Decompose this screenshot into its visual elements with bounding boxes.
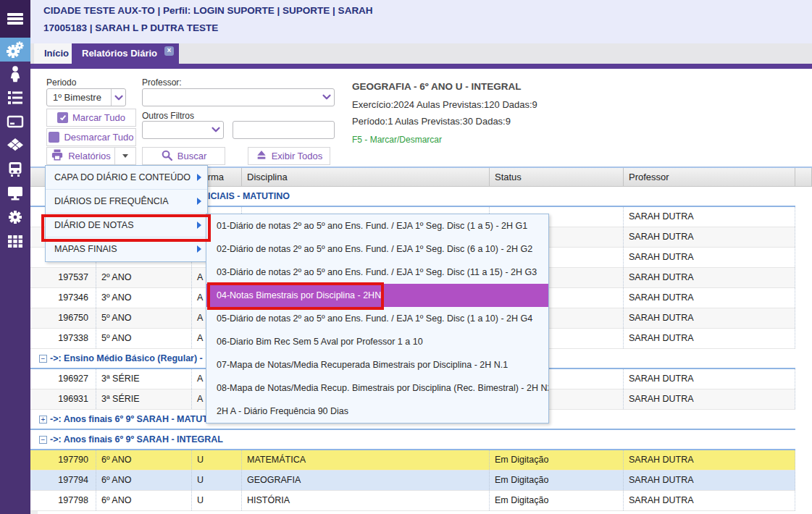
printer-icon [51, 148, 64, 164]
menu-item-capa-do-diario-e-conteudo[interactable]: CAPA DO DIÁRIO E CONTEÚDO [46, 166, 207, 190]
cell-turma: U [192, 491, 242, 510]
chevron-down-icon [210, 124, 222, 138]
cell-diario-id: 197338 [38, 329, 96, 348]
menu-item-diario-de-notas[interactable]: DIÁRIO DE NOTAS [46, 214, 207, 237]
menu-item-diarios-de-frequencia[interactable]: DIÁRIOS DE FREQUÊNCIA [46, 190, 207, 214]
gears-icon[interactable]: 0,0)"> [0, 38, 30, 62]
cell-serie: 5º ANO [96, 308, 192, 328]
submenu-item-04-notas-bimestrais-por-disciplina-2hn[interactable]: 04-Notas Bimestrais por Disciplina - 2HN [206, 284, 548, 307]
chevron-down-icon[interactable] [111, 89, 125, 106]
accent-bar [30, 64, 812, 69]
cell-diario-id: 196927 [38, 369, 96, 389]
submenu-item-2h-a-diario-frequencia-90-dias[interactable]: 2H A - Diário Frequência 90 Dias [206, 400, 548, 423]
table-row-197798[interactable]: 1977986º ANOUHISTÓRIAEm DigitaçãoSARAH D… [30, 491, 795, 511]
diario-de-notas-submenu: 01-Diário de notas 2º ao 5º ano Ens. Fun… [206, 214, 549, 424]
cell-diario-id: 197794 [38, 471, 96, 490]
tab-bar: Início Relatórios Diário × [30, 43, 812, 64]
group-row-anos-finais-6-9-sarah-integral: −->: Anos finais 6º 9º SARAH - INTEGRAL [30, 430, 795, 450]
cell-professor: SARAH DUTRA [624, 248, 795, 267]
submenu-item-06-diario-bim-rec-sem-5-aval-por-professor[interactable]: 06-Diario Bim Rec Sem 5 Aval por Profess… [206, 330, 548, 353]
cell-serie: 6º ANO [96, 471, 192, 490]
collapse-icon[interactable]: − [39, 355, 47, 363]
submenu-item-02-diario-de-notas-2-ao-5-ano-ens-fund-eja[interactable]: 02-Diário de notas 2º ao 5º ano Ens. Fun… [206, 237, 548, 261]
group-label: ->: Anos finais 6º 9º SARAH - INTEGRAL [50, 430, 223, 449]
checkbox-checked-icon [57, 112, 68, 123]
column-header-professor[interactable]: Professor [624, 168, 795, 186]
close-tab-icon[interactable]: × [164, 46, 174, 56]
relatorios-dropdown-button[interactable] [114, 147, 136, 165]
relatorios-context-menu: CAPA DO DIÁRIO E CONTEÚDODIÁRIOS DE FREQ… [45, 165, 208, 262]
cell-disciplina: HISTÓRIA [242, 491, 490, 510]
selected-diary-title: GEOGRAFIA - 6º ANO U - INTEGRAL [352, 81, 521, 92]
submenu-item-07-mapa-de-notas-media-recuperada-bimestra[interactable]: 07-Mapa de Notas/Media Recuperada Bimest… [206, 353, 548, 376]
submenu-arrow-icon [197, 222, 201, 229]
grid-icon[interactable] [0, 229, 30, 253]
cell-status: Em Digitação [490, 471, 624, 490]
collapse-icon[interactable]: − [39, 436, 47, 444]
menu-item-mapas-finais[interactable]: MAPAS FINAIS [46, 237, 207, 261]
outros-filtros-select[interactable] [142, 121, 224, 139]
cell-diario-id: 197537 [38, 268, 96, 287]
caret-down-icon [122, 154, 128, 158]
eject-icon [256, 149, 267, 163]
outros-filtros-input[interactable] [233, 121, 335, 139]
table-row-197790[interactable]: 1977906º ANOUMATEMÁTICAEm DigitaçãoSARAH… [30, 450, 795, 471]
group-label: ->: Ensino Médio Básico (Regular) - [50, 349, 203, 368]
bus-icon[interactable] [0, 157, 30, 181]
cell-professor: SARAH DUTRA [624, 268, 795, 287]
search-icon [161, 149, 173, 164]
desmarcar-tudo-button[interactable]: Desmarcar Tudo [46, 128, 136, 146]
gear-icon[interactable] [0, 205, 30, 229]
cell-status: Em Digitação [490, 491, 624, 510]
submenu-item-01-diario-de-notas-2-ao-5-ano-ens-fund-eja[interactable]: 01-Diário de notas 2º ao 5º ano Ens. Fun… [206, 214, 548, 237]
outros-filtros-label: Outros Filtros [142, 111, 194, 121]
monitor-icon[interactable] [0, 181, 30, 205]
cell-serie: 2º ANO [96, 268, 192, 287]
cell-diario-id: 197346 [38, 288, 96, 308]
top-header-band: CIDADE TESTE AUX-TO | Perfil: LOGIN SUPO… [30, 0, 812, 43]
group-label: ICIAIS - MATUTINO [208, 187, 290, 206]
column-header-disciplina[interactable]: Disciplina [242, 168, 490, 186]
hamburger-menu-icon[interactable] [0, 7, 30, 31]
cell-serie: 6º ANO [96, 450, 192, 470]
numbered-list-icon[interactable] [0, 85, 30, 109]
cell-professor: SARAH DUTRA [624, 288, 795, 308]
cell-disciplina: MATEMÁTICA [242, 450, 490, 470]
expand-icon[interactable]: + [39, 416, 47, 424]
cell-professor: SARAH DUTRA [624, 471, 795, 490]
cell-serie: 3ª SÉRIE [96, 369, 192, 389]
person-icon[interactable] [0, 62, 30, 85]
cell-professor: SARAH DUTRA [624, 491, 795, 510]
submenu-item-03-diario-de-notas-2-ao-5-ano-ens-fund-eja[interactable]: 03-Diário de notas 2º ao 5º ano Ens. Fun… [206, 261, 548, 284]
card-icon[interactable] [0, 109, 30, 133]
cell-professor: SARAH DUTRA [624, 389, 795, 409]
cell-professor: SARAH DUTRA [624, 207, 795, 227]
cell-serie: 6º ANO [96, 491, 192, 510]
relatorios-button[interactable]: Relatórios [46, 147, 115, 165]
cell-diario-id: 197798 [38, 491, 96, 510]
professor-select[interactable] [142, 88, 335, 106]
table-row-197794[interactable]: 1977946º ANOUGEOGRAFIAEm DigitaçãoSARAH … [30, 471, 795, 491]
exercicio-info: Exercício:2024 Aulas Previstas:120 Dadas… [352, 99, 537, 110]
cell-turma: U [192, 450, 242, 470]
cell-diario-id: 196931 [38, 389, 96, 409]
column-header-status[interactable]: Status [490, 168, 624, 186]
periodo-select[interactable]: 1º Bimestre [46, 88, 126, 106]
tab-relatorios-diario[interactable]: Relatórios Diário × [72, 43, 179, 64]
box-icon[interactable] [0, 133, 30, 157]
submenu-item-05-diario-de-notas-2-ao-5-ano-ens-fund-eja[interactable]: 05-Diário de notas 2º ao 5º ano Ens. Fun… [206, 307, 548, 330]
buscar-button[interactable]: Buscar [142, 147, 225, 165]
column-header-filler [795, 168, 812, 186]
cell-serie: 5º ANO [96, 329, 192, 348]
submenu-arrow-icon [197, 198, 201, 205]
submenu-item-08-mapa-de-notas-media-recup-bimestrais-po[interactable]: 08-Mapa de Notas/Media Recup. Bimestrais… [206, 376, 548, 400]
cell-professor: SARAH DUTRA [624, 227, 795, 247]
periodo-label: Periodo [46, 77, 76, 88]
submenu-arrow-icon [197, 245, 201, 253]
periodo-info: Período:1 Aulas Previstas:30 Dadas:9 [352, 116, 511, 127]
header-user-line: 17005183 | SARAH L P DUTRA TESTE [43, 22, 218, 33]
marcar-tudo-button[interactable]: Marcar Tudo [46, 109, 136, 127]
cell-serie: 3ª SÉRIE [96, 389, 192, 409]
cell-professor: SARAH DUTRA [624, 308, 795, 328]
exibir-todos-button[interactable]: Exibir Todos [248, 147, 330, 165]
